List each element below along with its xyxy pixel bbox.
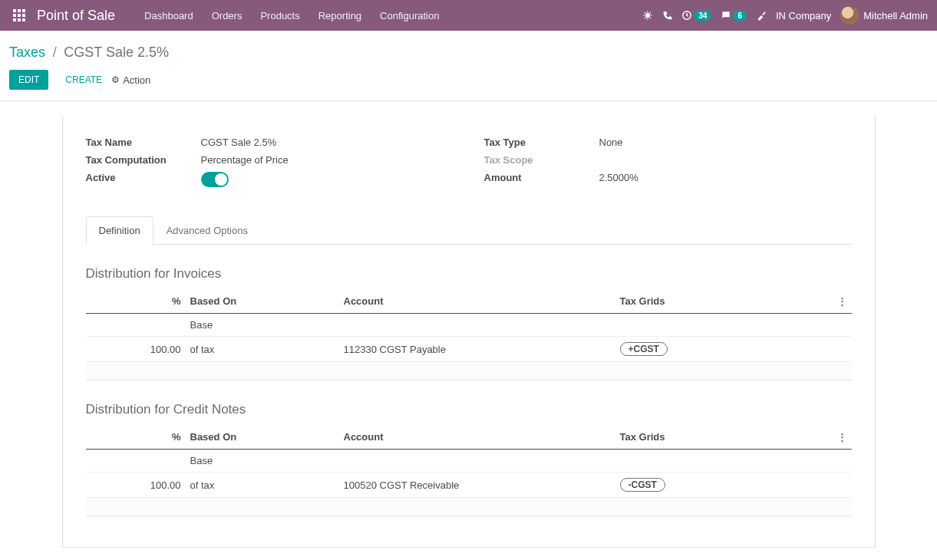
cell-account: 100520 CGST Receivable xyxy=(339,473,615,498)
label-tax-scope: Tax Scope xyxy=(484,154,599,166)
tabs: Definition Advanced Options xyxy=(86,216,852,245)
svg-rect-7 xyxy=(18,18,21,21)
label-amount: Amount xyxy=(484,172,599,183)
action-label: Action xyxy=(123,74,150,86)
cell-based-on: of tax xyxy=(186,337,339,362)
active-toggle[interactable] xyxy=(201,172,229,187)
tab-definition[interactable]: Definition xyxy=(86,216,153,245)
table-options-icon[interactable]: ⋮ xyxy=(837,431,847,443)
svg-rect-1 xyxy=(18,9,21,12)
svg-rect-2 xyxy=(22,9,25,12)
table-row[interactable]: Base xyxy=(86,450,852,473)
breadcrumb-root[interactable]: Taxes xyxy=(9,44,45,60)
svg-rect-4 xyxy=(18,14,21,17)
nav-dashboard[interactable]: Dashboard xyxy=(137,7,201,25)
cell-grids: -CGST xyxy=(615,473,833,498)
messages-icon[interactable]: 6 xyxy=(721,10,747,21)
svg-rect-5 xyxy=(22,14,25,17)
cell-grids: +CGST xyxy=(615,337,833,362)
th-tax-grids: Tax Grids xyxy=(615,289,833,314)
activity-icon[interactable]: 34 xyxy=(681,10,711,21)
section-title-credit-notes: Distribution for Credit Notes xyxy=(86,402,852,417)
cell-pct: 100.00 xyxy=(86,473,186,498)
cell-account xyxy=(339,450,615,473)
cell-grids xyxy=(615,314,833,337)
messages-badge: 6 xyxy=(733,11,747,21)
value-tax-computation: Percentage of Price xyxy=(201,154,289,166)
avatar xyxy=(840,6,859,25)
breadcrumb: Taxes / CGST Sale 2.5% xyxy=(0,31,937,67)
svg-point-9 xyxy=(645,13,650,18)
breadcrumb-current: CGST Sale 2.5% xyxy=(64,44,169,60)
cell-based-on: Base xyxy=(186,450,339,473)
cell-account: 112330 CGST Payable xyxy=(339,337,615,362)
edit-button[interactable]: Edit xyxy=(9,70,48,90)
table-row[interactable]: 100.00 of tax 112330 CGST Payable +CGST xyxy=(86,337,852,362)
tools-icon[interactable] xyxy=(756,10,767,21)
app-brand[interactable]: Point of Sale xyxy=(37,8,115,24)
value-amount: 2.5000% xyxy=(599,172,638,183)
table-row[interactable]: Base xyxy=(86,314,852,337)
label-active: Active xyxy=(86,172,201,189)
nav-configuration[interactable]: Configuration xyxy=(372,7,447,25)
cell-account xyxy=(339,314,615,337)
create-button[interactable]: Create xyxy=(56,70,111,90)
cell-based-on: of tax xyxy=(186,473,339,498)
svg-rect-6 xyxy=(13,18,16,21)
th-pct: % xyxy=(86,289,186,314)
cell-pct: 100.00 xyxy=(86,337,186,362)
section-title-invoices: Distribution for Invoices xyxy=(86,266,852,282)
th-pct: % xyxy=(86,425,186,450)
cell-pct xyxy=(86,450,186,473)
th-tax-grids: Tax Grids xyxy=(615,425,833,450)
nav-reporting[interactable]: Reporting xyxy=(311,7,369,25)
table-row[interactable]: 100.00 of tax 100520 CGST Receivable -CG… xyxy=(86,473,852,498)
table-options-icon[interactable]: ⋮ xyxy=(837,295,847,307)
svg-rect-3 xyxy=(13,14,16,17)
value-tax-type: None xyxy=(599,137,623,148)
topbar: Point of Sale Dashboard Orders Products … xyxy=(0,0,937,31)
table-invoices: % Based On Account Tax Grids ⋮ Base 100.… xyxy=(86,289,852,380)
cell-based-on: Base xyxy=(186,314,339,337)
table-credit-notes: % Based On Account Tax Grids ⋮ Base 100.… xyxy=(86,425,852,516)
tab-advanced-options[interactable]: Advanced Options xyxy=(153,216,261,245)
label-tax-type: Tax Type xyxy=(484,137,599,148)
user-menu[interactable]: Mitchell Admin xyxy=(840,6,928,25)
label-tax-computation: Tax Computation xyxy=(86,154,201,166)
gear-icon: ⚙ xyxy=(111,74,120,85)
form-sheet: Tax Name CGST Sale 2.5% Tax Computation … xyxy=(62,115,876,548)
phone-icon[interactable] xyxy=(662,11,672,21)
breadcrumb-sep: / xyxy=(48,44,61,60)
topbar-right: 34 6 IN Company Mitchell Admin xyxy=(642,6,928,25)
th-account: Account xyxy=(339,425,615,450)
user-name: Mitchell Admin xyxy=(863,10,928,21)
svg-rect-8 xyxy=(22,18,25,21)
nav-orders[interactable]: Orders xyxy=(204,7,250,25)
th-account: Account xyxy=(339,289,615,314)
value-tax-name: CGST Sale 2.5% xyxy=(201,137,277,148)
apps-menu-button[interactable] xyxy=(9,5,29,25)
nav-products[interactable]: Products xyxy=(252,7,307,25)
company-selector[interactable]: IN Company xyxy=(776,10,831,21)
th-based-on: Based On xyxy=(186,425,339,450)
cell-pct xyxy=(86,314,186,337)
debug-icon[interactable] xyxy=(642,10,653,21)
tax-grid-tag: +CGST xyxy=(620,342,668,356)
activity-badge: 34 xyxy=(694,11,711,21)
cell-grids xyxy=(615,450,833,473)
control-bar: Edit Create ⚙ Action xyxy=(0,67,937,101)
svg-rect-0 xyxy=(13,9,16,12)
apps-icon xyxy=(13,9,25,21)
th-based-on: Based On xyxy=(186,289,339,314)
tax-grid-tag: -CGST xyxy=(620,478,665,492)
top-nav: Dashboard Orders Products Reporting Conf… xyxy=(137,7,447,25)
label-tax-name: Tax Name xyxy=(86,137,201,148)
action-menu[interactable]: ⚙ Action xyxy=(111,74,150,86)
